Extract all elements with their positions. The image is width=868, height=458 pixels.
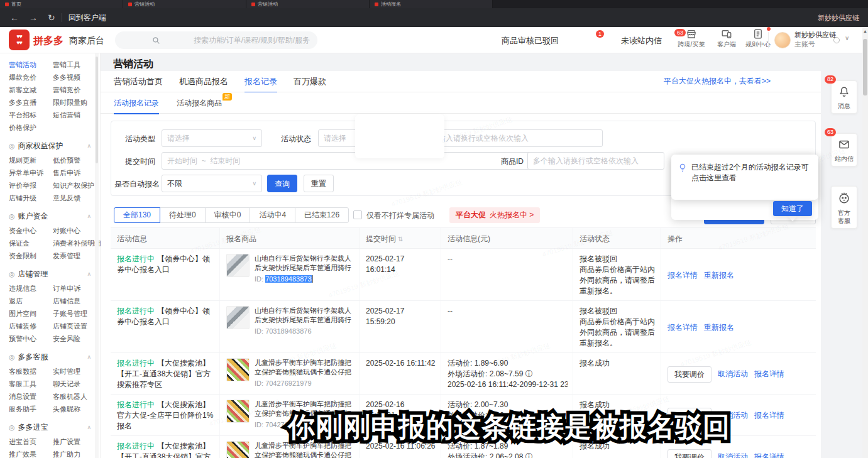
client-app-link[interactable]: 客户端 [709,28,744,49]
sidebar-item-营销活动[interactable]: 营销活动 [9,58,53,71]
collapse-icon[interactable]: ∧ [87,271,91,277]
tab-报名记录[interactable]: 报名记录 [244,76,277,87]
logout-icon[interactable] [833,37,840,43]
sidebar-item-推广效果[interactable]: 推广效果 [9,448,53,458]
tab-营销活动首页[interactable]: 营销活动首页 [114,76,163,87]
back-icon[interactable]: ← [10,13,19,23]
exclusive-activity-checkbox[interactable] [353,210,362,219]
sidebar-item-实时管理[interactable]: 实时管理 [53,365,101,378]
chevron-down-icon[interactable]: ∨ [845,35,849,41]
sidebar-item-资金中心[interactable]: 资金中心 [9,224,53,237]
account-info[interactable]: 新妙妙供应链 主账号 [794,30,836,49]
sidebar-item-店铺页设置[interactable]: 店铺页设置 [53,320,101,332]
sidebar-item-意见反馈[interactable]: 意见反馈 [53,192,101,204]
product-thumbnail[interactable] [226,254,250,277]
column-header-3[interactable]: 提交时间⇅ [360,228,441,248]
sidebar-item-知识产权保护[interactable]: 知识产权保护 [53,179,101,192]
reload-icon[interactable]: ↻ [48,13,55,23]
sidebar-item-推广设置[interactable]: 推广设置 [53,435,101,448]
sidebar-item-服务助手[interactable]: 服务助手 [9,403,53,415]
tab-百万爆款[interactable]: 百万爆款 [294,76,326,87]
sidebar-item-评价举报[interactable]: 评价举报 [9,179,53,192]
collapse-icon[interactable]: ∧ [87,424,91,430]
adjust-price-button[interactable]: 我要调价 [667,366,711,383]
sidebar-item-店铺升级[interactable]: 店铺升级 [9,192,53,204]
activity-id-input[interactable] [417,129,603,147]
sidebar-item-多多视频[interactable]: 多多视频 [53,71,101,84]
sidebar-item-新客立减[interactable]: 新客立减 [9,84,53,96]
subtab-活动报名记录[interactable]: 活动报名记录 [114,98,159,109]
browser-tab[interactable]: 活动报名 [370,0,493,8]
sidebar-item-推广助力[interactable]: 推广助力 [53,448,101,458]
sidebar-item-价格保护[interactable]: 价格保护 [9,121,53,134]
sidebar-item-发票管理[interactable]: 发票管理 [53,249,101,262]
collapse-icon[interactable]: ∧ [87,354,91,360]
sidebar-item-图片空间[interactable]: 图片空间 [9,307,53,320]
sidebar-item-聊天记录[interactable]: 聊天记录 [53,378,101,390]
float-item-站内信[interactable]: 站内信 [831,133,857,166]
query-button[interactable]: 查询 [267,175,297,192]
product-title[interactable]: 儿童滑步平衡车护胸车把防撞把立保护套饰熊猫玩偶卡通公仔把手装 [255,358,354,377]
sidebar-item-店铺装修[interactable]: 店铺装修 [9,320,53,332]
action-link-报名详情[interactable]: 报名详情 [754,452,784,458]
float-item-官方客服[interactable]: 官方客服 [831,186,857,229]
audit-rejected-link[interactable]: 商品审核已驳回 [502,35,559,46]
avatar[interactable] [774,32,791,48]
sidebar-item-营销工具[interactable]: 营销工具 [53,58,101,71]
unread-mail-link[interactable]: 未读站内信 [621,35,662,46]
action-link-重新报名[interactable]: 重新报名 [704,322,734,333]
action-link-报名详情[interactable]: 报名详情 [667,270,698,281]
promo-link[interactable]: 平台大促火热报名中，去看看>> [664,76,771,87]
sidebar-item-消息设置[interactable]: 消息设置 [9,390,53,403]
column-header-2[interactable]: 报名商品 [220,228,360,248]
chip-审核中0[interactable]: 审核中0 [205,207,251,223]
sidebar-item-客服数据[interactable]: 客服数据 [9,365,53,378]
sidebar-scrollbar-thumb[interactable] [96,57,98,163]
float-item-消息[interactable]: 消息 [831,80,857,114]
browser-tab[interactable]: 营销活动 [246,0,370,8]
sidebar-item-子账号管理[interactable]: 子账号管理 [53,307,101,320]
sidebar-item-违规信息[interactable]: 违规信息 [9,282,53,295]
sidebar-item-限时限量购[interactable]: 限时限量购 [53,96,101,109]
action-link-取消活动[interactable]: 取消活动 [718,410,748,421]
sidebar-item-对账中心[interactable]: 对账中心 [53,224,101,237]
product-title[interactable]: 儿童滑步平衡车护胸车把防撞把立保护套饰熊猫玩偶卡通公仔把手装 [255,441,354,458]
sidebar-item-平台招标[interactable]: 平台招标 [9,109,53,121]
chip-全部130[interactable]: 全部130 [114,207,160,223]
page-scrollbar-thumb[interactable] [863,39,867,95]
sidebar-item-多多直播[interactable]: 多多直播 [9,96,53,109]
collapse-icon[interactable]: ∧ [87,213,91,219]
adjust-price-button[interactable]: 我要调价 [667,408,711,424]
sidebar-item-预警中心[interactable]: 预警中心 [9,332,53,345]
sidebar-group-header[interactable]: ◎商家权益保护∧ [9,138,100,154]
chip-已结束126[interactable]: 已结束126 [295,207,349,223]
sidebar-group-header[interactable]: ◎账户资金∧ [9,208,100,224]
chip-待处理0[interactable]: 待处理0 [160,207,206,223]
sidebar-group-header[interactable]: ◎店铺管理∧ [9,266,100,282]
adjust-price-button[interactable]: 我要调价 [667,449,711,458]
sidebar-item-低价预警[interactable]: 低价预警 [53,154,101,166]
sort-icon[interactable]: ⇅ [398,236,403,243]
sidebar-item-客服机器人[interactable]: 客服机器人 [53,390,101,403]
browser-tab[interactable]: 首页 [0,0,123,8]
sidebar-item-售后申诉[interactable]: 售后申诉 [53,166,101,179]
product-thumbnail[interactable] [226,441,250,458]
product-title[interactable]: 山地自行车后货架钢行李架载人后支架快拆尾架后车筐通用骑行装备 [255,254,354,273]
rule-center-link[interactable]: 规则中心 [740,28,776,49]
activity-type-select[interactable]: 请选择 ∨ [162,129,262,147]
sidebar-item-消费者补偿明细[interactable]: 消费者补偿明细 [53,237,101,249]
action-link-重新报名[interactable]: 重新报名 [704,270,734,281]
column-header-1[interactable]: 活动信息 [111,228,220,248]
sidebar-item-营销竞价[interactable]: 营销竞价 [53,84,101,96]
hot-signup-badge[interactable]: 平台大促火热报名中 > [449,207,540,223]
scroll-up-icon[interactable]: ▲ [863,29,867,33]
sidebar-item-客服工具[interactable]: 客服工具 [9,378,53,390]
product-thumbnail[interactable] [226,400,250,423]
tab-机遇商品报名[interactable]: 机遇商品报名 [179,76,228,87]
auto-signup-select[interactable]: 不限 ∨ [162,175,262,192]
action-link-取消活动[interactable]: 取消活动 [718,369,748,379]
sidebar-item-爆款竞价[interactable]: 爆款竞价 [9,71,53,84]
sidebar-item-异常单申诉[interactable]: 异常单申诉 [9,166,53,179]
reset-button[interactable]: 重置 [304,175,334,192]
column-header-5[interactable]: 活动状态 [573,228,661,248]
